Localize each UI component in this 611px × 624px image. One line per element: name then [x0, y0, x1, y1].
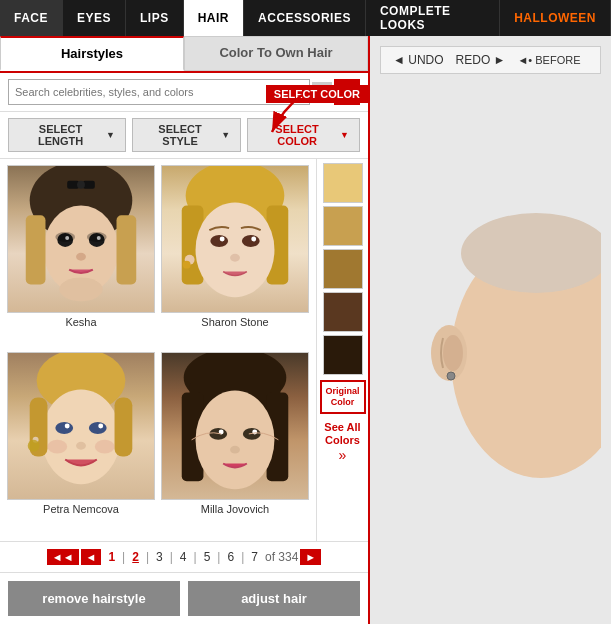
before-button[interactable]: ◄• BEFORE — [513, 52, 584, 68]
celeb-photo-sharon[interactable] — [161, 165, 309, 313]
svg-point-19 — [196, 203, 275, 298]
list-item: Sharon Stone — [160, 165, 310, 348]
filter-color-button[interactable]: SELECT COLOR — [247, 118, 360, 152]
petra-portrait — [8, 352, 154, 500]
color-swatch-5[interactable] — [323, 335, 363, 375]
svg-point-22 — [220, 237, 225, 242]
page-5[interactable]: 5 — [199, 548, 216, 566]
page-1[interactable]: 1 — [103, 548, 120, 566]
see-all-colors-button[interactable]: See AllColors » — [324, 421, 360, 463]
svg-point-38 — [47, 440, 67, 454]
pagination-next-button[interactable]: ► — [300, 549, 321, 565]
celeb-photo-petra[interactable] — [7, 352, 155, 500]
celeb-name-kesha: Kesha — [65, 316, 96, 328]
svg-point-54 — [447, 372, 455, 380]
nav-eyes[interactable]: EYES — [63, 0, 126, 36]
svg-point-24 — [230, 254, 240, 262]
svg-rect-6 — [26, 215, 46, 284]
svg-point-20 — [210, 235, 228, 247]
svg-point-26 — [183, 261, 191, 269]
celeb-photo-milla[interactable] — [161, 352, 309, 500]
page-7[interactable]: 7 — [246, 548, 263, 566]
svg-point-28 — [42, 390, 121, 485]
top-nav: FACE EYES LIPS HAIR ACCESSORIES COMPLETE… — [0, 0, 611, 36]
undo-button[interactable]: ◄ UNDO — [389, 51, 448, 69]
svg-point-52 — [443, 335, 463, 371]
svg-point-12 — [55, 232, 75, 242]
svg-rect-30 — [115, 397, 133, 456]
svg-point-23 — [251, 237, 256, 242]
sub-tabs: Hairstyles Color To Own Hair — [0, 36, 368, 73]
svg-rect-7 — [117, 215, 137, 284]
nav-accessories[interactable]: ACCESSORIES — [244, 0, 366, 36]
page-4[interactable]: 4 — [175, 548, 192, 566]
svg-point-15 — [59, 277, 102, 301]
list-item: Kesha — [6, 165, 156, 348]
action-buttons: remove hairstyle adjust hair — [0, 572, 368, 624]
svg-point-39 — [95, 440, 115, 454]
left-panel: Hairstyles Color To Own Hair ✕ 🔍 SELECT … — [0, 36, 370, 624]
original-color-button[interactable]: OriginalColor — [320, 380, 366, 414]
color-swatch-3[interactable] — [323, 249, 363, 289]
svg-point-4 — [77, 181, 85, 189]
svg-point-32 — [89, 422, 107, 434]
svg-point-45 — [209, 428, 227, 440]
filter-area: SELECT LENGTH SELECT STYLE SELECT COLOR … — [0, 112, 368, 159]
color-swatch-4[interactable] — [323, 292, 363, 332]
adjust-hair-button[interactable]: adjust hair — [188, 581, 360, 616]
search-button[interactable]: 🔍 — [334, 79, 360, 105]
svg-point-46 — [243, 428, 261, 440]
page-2[interactable]: 2 — [127, 548, 144, 566]
page-3[interactable]: 3 — [151, 548, 168, 566]
svg-point-21 — [242, 235, 260, 247]
original-color-label: OriginalColor — [326, 386, 360, 408]
nav-face[interactable]: FACE — [0, 0, 63, 36]
tab-color-own-hair[interactable]: Color To Own Hair — [184, 36, 368, 71]
nav-hair[interactable]: HAIR — [184, 0, 244, 36]
celeb-photo-kesha[interactable] — [7, 165, 155, 313]
sharon-portrait — [162, 165, 308, 313]
app-container: FACE EYES LIPS HAIR ACCESSORIES COMPLETE… — [0, 0, 611, 624]
svg-point-37 — [76, 442, 86, 450]
tab-hairstyles[interactable]: Hairstyles — [0, 36, 184, 71]
pagination: ◄◄ ◄ 1 | 2 | 3 | 4 | 5 | 6 | 7 of 334 ► — [0, 541, 368, 572]
search-input[interactable] — [8, 79, 310, 105]
celeb-name-sharon: Sharon Stone — [201, 316, 268, 328]
face-preview-svg — [381, 198, 601, 498]
redo-button[interactable]: REDO ► — [452, 51, 510, 69]
see-all-label: See AllColors — [324, 421, 360, 447]
undo-redo-bar: ◄ UNDO REDO ► ◄• BEFORE — [380, 46, 601, 74]
svg-point-48 — [252, 429, 257, 434]
svg-point-13 — [87, 232, 107, 242]
color-sidebar: OriginalColor See AllColors » — [316, 159, 368, 541]
right-panel: ◄ UNDO REDO ► ◄• BEFORE — [370, 36, 611, 624]
filter-style-button[interactable]: SELECT STYLE — [132, 118, 241, 152]
kesha-portrait — [8, 165, 154, 313]
preview-area — [380, 82, 601, 614]
milla-portrait — [162, 352, 308, 500]
svg-point-49 — [230, 446, 240, 454]
color-swatch-2[interactable] — [323, 206, 363, 246]
svg-point-33 — [65, 424, 70, 429]
color-swatch-1[interactable] — [323, 163, 363, 203]
nav-lips[interactable]: LIPS — [126, 0, 184, 36]
remove-hairstyle-button[interactable]: remove hairstyle — [8, 581, 180, 616]
celeb-name-milla: Milla Jovovich — [201, 503, 269, 515]
page-6[interactable]: 6 — [222, 548, 239, 566]
svg-point-36 — [28, 440, 40, 452]
svg-point-14 — [76, 253, 86, 261]
pagination-first-button[interactable]: ◄◄ — [47, 549, 79, 565]
svg-point-34 — [98, 424, 103, 429]
list-item: Petra Nemcova — [6, 352, 156, 535]
celeb-name-petra: Petra Nemcova — [43, 503, 119, 515]
nav-halloween[interactable]: HALLOWEEN — [500, 0, 611, 36]
filter-length-button[interactable]: SELECT LENGTH — [8, 118, 126, 152]
celeb-grid-wrapper: Kesha — [0, 159, 368, 541]
pagination-prev-button[interactable]: ◄ — [81, 549, 102, 565]
celeb-grid: Kesha — [0, 159, 316, 541]
nav-complete-looks[interactable]: COMPLETE LOOKS — [366, 0, 500, 36]
list-item: Milla Jovovich — [160, 352, 310, 535]
search-clear-button[interactable]: ✕ — [312, 82, 332, 102]
filter-row: SELECT LENGTH SELECT STYLE SELECT COLOR — [0, 112, 368, 159]
main-content: Hairstyles Color To Own Hair ✕ 🔍 SELECT … — [0, 36, 611, 624]
